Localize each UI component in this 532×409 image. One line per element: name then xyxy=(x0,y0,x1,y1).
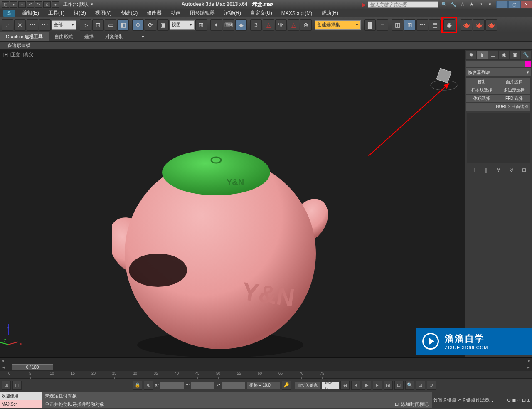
redo-icon[interactable]: ↷ xyxy=(35,1,42,8)
select-scale-icon[interactable]: ▣ xyxy=(157,19,169,31)
workspace-selector[interactable]: 工作台: 默认▼ xyxy=(63,1,94,7)
cp-display-icon[interactable]: ▣ xyxy=(510,51,520,59)
select-object-icon[interactable]: ▷ xyxy=(80,19,91,31)
object-name-field[interactable] xyxy=(466,61,525,67)
modifier-stack[interactable] xyxy=(467,113,530,163)
spinner-snap-icon[interactable]: △ xyxy=(288,19,299,31)
favorite-icon[interactable]: ★ xyxy=(468,1,476,8)
tag-icon[interactable]: ⊡ xyxy=(395,402,399,407)
window-crossing-icon[interactable]: ◧ xyxy=(117,19,129,31)
select-link-icon[interactable]: ⟋ xyxy=(2,19,13,31)
selection-filter-combo[interactable]: 全部▼ xyxy=(52,20,76,30)
mirror-icon[interactable]: ▐▌ xyxy=(364,19,376,31)
menu-help[interactable]: 帮助(H) xyxy=(317,9,342,17)
cp-utilities-icon[interactable]: 🔧 xyxy=(521,51,531,59)
timeline-ruler[interactable]: 0 5 10 15 20 25 30 35 40 45 50 55 60 65 … xyxy=(0,371,532,378)
bind-icon[interactable]: 〰 xyxy=(27,19,38,31)
configure-icon[interactable]: ⊡ xyxy=(520,166,528,174)
object-color-swatch[interactable] xyxy=(525,61,531,67)
tab-selection[interactable]: 选择 xyxy=(79,32,99,41)
save-icon[interactable]: ▫ xyxy=(18,1,26,8)
edit-selection-icon[interactable]: ⊗ xyxy=(300,19,312,31)
x-input[interactable] xyxy=(160,382,184,389)
play-end-icon[interactable]: ⏭ xyxy=(384,381,393,390)
remove-mod-icon[interactable]: ϑ xyxy=(507,166,515,174)
new-icon[interactable]: ▢ xyxy=(2,1,9,8)
select-name-icon[interactable]: ⊡ xyxy=(92,19,104,31)
keyboard-icon[interactable]: ⌨ xyxy=(223,19,234,31)
viewport-label[interactable]: [+] [正交] [真实] xyxy=(3,52,34,58)
cp-hierarchy-icon[interactable]: ⊥ xyxy=(488,51,498,59)
menu-views[interactable]: 视图(V) xyxy=(91,9,116,17)
qat-dropdown-icon[interactable]: ▾ xyxy=(52,1,59,8)
menu-tools[interactable]: 工具(T) xyxy=(44,9,69,17)
cp-create-icon[interactable]: ✹ xyxy=(466,51,476,59)
percent-snap-icon[interactable]: % xyxy=(275,19,287,31)
wrench-icon[interactable]: 🔧 xyxy=(449,1,458,8)
cp-motion-icon[interactable]: ◉ xyxy=(499,51,509,59)
select-move-icon[interactable]: ✥ xyxy=(132,19,144,31)
nav-pane-icon[interactable]: ⊞ xyxy=(394,381,404,390)
btn-nurbs-select[interactable]: NURBS 曲面选择 xyxy=(466,103,530,111)
btn-ffd-select[interactable]: FFD 选择 xyxy=(498,95,530,102)
snap-2d-icon[interactable]: ◆ xyxy=(235,19,247,31)
ref-coord-combo[interactable]: 视图▼ xyxy=(170,20,195,30)
menu-rendering[interactable]: 渲染(R) xyxy=(220,9,245,17)
menu-maxscript[interactable]: MAXScript(M) xyxy=(277,10,317,17)
lock-selection-icon[interactable]: 🔒 xyxy=(133,381,142,390)
btn-spline-select[interactable]: 样条线选择 xyxy=(466,86,498,94)
star-icon[interactable]: ☆ xyxy=(458,1,467,8)
undo-icon[interactable]: ↶ xyxy=(27,1,34,8)
nav-field-icon[interactable]: ⊡ xyxy=(416,381,425,390)
show-end-icon[interactable]: ‖ xyxy=(482,166,490,174)
time-slider-handle[interactable]: 0 / 100 xyxy=(12,364,53,370)
menu-modifiers[interactable]: 修改器 xyxy=(143,9,166,17)
nav-zoom-icon[interactable]: 🔍 xyxy=(405,381,414,390)
isolate-icon[interactable]: ◫ xyxy=(12,381,22,390)
time-config-icon[interactable]: ⊕ xyxy=(507,397,511,403)
viewcube[interactable] xyxy=(427,62,461,96)
unlink-icon[interactable]: ⤫ xyxy=(14,19,26,31)
render-setup-icon[interactable]: 🫖 xyxy=(461,19,472,31)
menu-graph-editors[interactable]: 图形编辑器 xyxy=(186,9,219,17)
link-icon[interactable]: ⎋ xyxy=(43,1,51,8)
play-prev-icon[interactable]: ◂ xyxy=(351,381,360,390)
key-filter-button[interactable]: 关键点过滤器... xyxy=(462,397,493,403)
modifier-list-dropdown[interactable]: 修改器列表▼ xyxy=(466,68,531,76)
btn-patch-select[interactable]: 面片选择 xyxy=(498,78,530,86)
subtab-poly-modeling[interactable]: 多边形建模 xyxy=(4,42,34,49)
play-next-icon[interactable]: ▸ xyxy=(373,381,382,390)
maximize-button[interactable]: ▢ xyxy=(508,1,520,8)
help-dropdown-icon[interactable]: ▾ xyxy=(486,1,494,8)
layers-icon[interactable]: ◫ xyxy=(392,19,403,31)
curve-editor-icon[interactable]: 〜 xyxy=(416,19,428,31)
menu-customize[interactable]: 自定义(U) xyxy=(246,9,276,17)
viewport[interactable]: [+] [正交] [真实] xyxy=(0,50,465,357)
menu-create[interactable]: 创建(C) xyxy=(117,9,142,17)
binoculars-icon[interactable]: 🔍 xyxy=(440,1,448,8)
nav-orbit-icon[interactable]: ⊕ xyxy=(427,381,436,390)
minimize-button[interactable]: — xyxy=(496,1,508,8)
nav1-icon[interactable]: ▣ xyxy=(512,397,516,403)
nav4-icon[interactable]: ⊞ xyxy=(527,397,530,403)
btn-poly-select[interactable]: 多边形选择 xyxy=(498,86,530,94)
selected-combo[interactable]: 选定对 xyxy=(322,382,339,389)
select-rotate-icon[interactable]: ⟳ xyxy=(145,19,156,31)
time-slider[interactable]: ◂ 0 / 100 ▸ xyxy=(0,363,532,371)
tab-freeform[interactable]: 自由形式 xyxy=(49,32,79,41)
open-icon[interactable]: ▸ xyxy=(10,1,17,8)
layer-manager-icon[interactable]: ⊞ xyxy=(404,19,416,31)
angle-snap-icon[interactable]: △ xyxy=(263,19,274,31)
tab-graphite[interactable]: Graphite 建模工具 xyxy=(0,32,49,41)
align-icon[interactable]: ≡ xyxy=(377,19,388,31)
key-mode-icon[interactable]: ↗ xyxy=(457,397,461,403)
close-button[interactable]: ✕ xyxy=(520,1,532,8)
render-icon[interactable]: 🫖 xyxy=(485,19,497,31)
app-logo-icon[interactable]: S xyxy=(3,10,15,17)
auto-key-button[interactable]: 自动关键点 xyxy=(295,382,320,389)
y-input[interactable] xyxy=(191,382,214,389)
play-start-icon[interactable]: ⏮ xyxy=(340,381,350,390)
search-input[interactable] xyxy=(368,1,438,8)
ribbon-expand-icon[interactable]: ▾ xyxy=(142,34,144,39)
nav2-icon[interactable]: ↔ xyxy=(517,397,521,402)
